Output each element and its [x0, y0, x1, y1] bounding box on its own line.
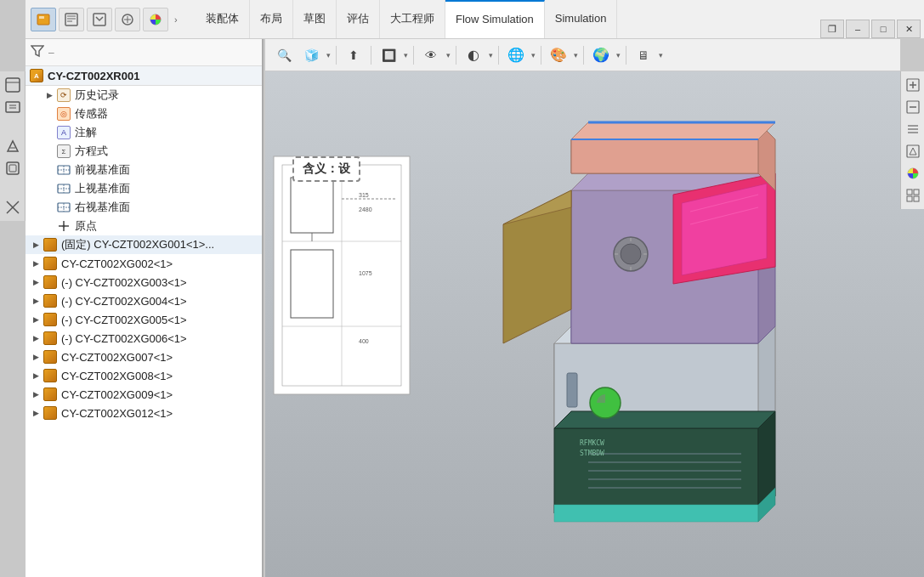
screen-btn[interactable]: 🖥 — [632, 44, 655, 66]
restore-button[interactable]: ❐ — [820, 20, 844, 38]
svg-rect-90 — [6, 78, 20, 92]
section-view-btn[interactable]: 🔲 — [377, 44, 400, 66]
hide-show-btn[interactable]: ◐ — [462, 44, 485, 66]
main-viewport[interactable]: 315 2480 1075 400 — [265, 71, 924, 577]
property-view-btn[interactable] — [59, 8, 84, 31]
tree-item-comp3[interactable]: ▶ (-) CY-CZT002XG003<1> — [26, 273, 262, 291]
display-style-btn[interactable]: 👁 — [419, 44, 443, 66]
expand-comp5[interactable]: ▶ — [29, 313, 43, 326]
right-tb-list[interactable] — [903, 119, 923, 139]
window-controls: ❐ – □ ✕ — [820, 20, 924, 38]
right-tb-appearance[interactable] — [903, 141, 923, 161]
expand-origin[interactable] — [43, 219, 56, 233]
tab-sketch[interactable]: 草图 — [293, 0, 337, 38]
expand-comp8[interactable]: ▶ — [29, 369, 43, 382]
right-tb-zoom-out[interactable] — [903, 97, 923, 117]
svg-rect-97 — [9, 165, 16, 172]
tree-label-annotation: 注解 — [75, 125, 258, 140]
tree-item-front-plane[interactable]: 前视基准面 — [26, 161, 262, 179]
tree-item-comp4[interactable]: ▶ (-) CY-CZT002XG004<1> — [26, 291, 262, 310]
minimize-button[interactable]: – — [846, 20, 870, 38]
svg-rect-0 — [37, 14, 49, 25]
expand-comp7[interactable]: ▶ — [29, 350, 43, 364]
section-arrow[interactable]: ▾ — [404, 51, 408, 59]
tree-item-comp6[interactable]: ▶ (-) CY-CZT002XG006<1> — [26, 329, 262, 348]
tree-item-equation[interactable]: Σ 方程式 — [26, 142, 262, 161]
expand-comp9[interactable]: ▶ — [29, 387, 43, 401]
color-btn[interactable] — [143, 8, 168, 31]
fl-icon-1[interactable] — [3, 75, 23, 95]
tree-item-comp7[interactable]: ▶ CY-CZT002XG007<1> — [26, 348, 262, 366]
svg-rect-96 — [7, 162, 19, 174]
expand-front-plane[interactable] — [43, 163, 56, 177]
tab-simulation[interactable]: Simulation — [545, 0, 618, 38]
fl-icon-2[interactable] — [3, 97, 23, 117]
right-tb-zoom-in[interactable] — [903, 75, 923, 95]
tree-view-btn[interactable] — [31, 8, 56, 31]
comp3-icon — [43, 274, 58, 290]
tree-item-origin[interactable]: 原点 — [26, 217, 262, 235]
tree-item-top-plane[interactable]: 上视基准面 — [26, 179, 262, 198]
svg-rect-2 — [65, 14, 77, 25]
right-tb-color[interactable] — [903, 163, 923, 184]
tab-assemby[interactable]: 装配体 — [196, 0, 250, 38]
tree-item-annotation[interactable]: A 注解 — [26, 123, 262, 142]
right-tb-grid[interactable] — [903, 185, 923, 206]
fl-icon-4[interactable] — [3, 158, 23, 178]
tree-toolbar-more[interactable]: › — [171, 13, 181, 26]
tree-item-comp12[interactable]: ▶ CY-CZT002XG012<1> — [26, 404, 262, 422]
appearance-arrow[interactable]: ▾ — [574, 51, 578, 59]
realview-arrow[interactable]: ▾ — [616, 51, 621, 59]
tab-engineer[interactable]: 大工程师 — [380, 0, 445, 38]
expand-comp2[interactable]: ▶ — [29, 257, 43, 270]
expand-history[interactable]: ▶ — [43, 88, 56, 102]
hide-arrow[interactable]: ▾ — [489, 51, 493, 59]
expand-top-plane[interactable] — [43, 182, 56, 195]
expand-sensor[interactable] — [43, 107, 56, 121]
tree-item-comp1[interactable]: ▶ (固定) CY-CZT002XG001<1>... — [26, 235, 262, 254]
expand-annotation[interactable] — [43, 126, 56, 139]
equation-icon: Σ — [56, 144, 71, 159]
scene-arrow[interactable]: ▾ — [531, 51, 536, 59]
close-button[interactable]: ✕ — [897, 20, 921, 38]
screen-arrow[interactable]: ▾ — [659, 51, 663, 59]
tree-root[interactable]: A CY-CZT002XR001 — [26, 66, 262, 86]
expand-comp6[interactable]: ▶ — [29, 331, 43, 345]
maximize-button[interactable]: □ — [871, 20, 895, 38]
expand-comp12[interactable]: ▶ — [29, 406, 43, 420]
expand-comp1[interactable]: ▶ — [29, 238, 43, 252]
history-icon: ⟳ — [56, 88, 71, 103]
fl-icon-5[interactable] — [3, 197, 23, 218]
expand-right-plane[interactable] — [43, 201, 56, 214]
tree-item-comp8[interactable]: ▶ CY-CZT002XG008<1> — [26, 366, 262, 385]
realview-btn[interactable]: 🌍 — [589, 44, 613, 66]
tree-item-right-plane[interactable]: 右视基准面 — [26, 198, 262, 217]
scene-btn[interactable]: 🌐 — [504, 44, 528, 66]
tab-flow-simulation[interactable]: Flow Simulation — [445, 0, 545, 38]
tree-content[interactable]: A CY-CZT002XR001 ▶ ⟳ 历史记录 ◎ 传感器 A 注解 — [26, 66, 262, 577]
view-orient-arrow[interactable]: ▾ — [326, 51, 331, 59]
appearance-btn[interactable]: 🎨 — [547, 44, 570, 66]
tree-item-history[interactable]: ▶ ⟳ 历史记录 — [26, 86, 262, 105]
far-left-icons — [0, 71, 26, 221]
svg-rect-1 — [39, 16, 44, 19]
fl-icon-3[interactable] — [3, 136, 23, 156]
svg-rect-88 — [907, 196, 912, 201]
expand-comp4[interactable]: ▶ — [29, 294, 43, 308]
tree-item-sensor[interactable]: ◎ 传感器 — [26, 105, 262, 123]
search-view-btn[interactable]: 🔍 — [272, 44, 296, 66]
normal-to-btn[interactable]: ⬆ — [342, 44, 366, 66]
expand-comp3[interactable]: ▶ — [29, 275, 43, 289]
tab-layout[interactable]: 布局 — [250, 0, 293, 38]
tree-item-comp5[interactable]: ▶ (-) CY-CZT002XG005<1> — [26, 310, 262, 329]
filter-icon[interactable] — [31, 44, 44, 60]
tab-evaluate[interactable]: 评估 — [337, 0, 380, 38]
tree-item-comp9[interactable]: ▶ CY-CZT002XG009<1> — [26, 385, 262, 404]
tree-item-comp2[interactable]: ▶ CY-CZT002XG002<1> — [26, 254, 262, 273]
expand-equation[interactable] — [43, 144, 56, 158]
display-states-btn[interactable] — [115, 8, 140, 31]
config-view-btn[interactable] — [87, 8, 112, 31]
feature-tree: › – A CY-CZT002XR001 ▶ ⟳ 历史记录 — [26, 0, 264, 577]
view-orient-btn[interactable]: 🧊 — [299, 44, 323, 66]
display-arrow[interactable]: ▾ — [446, 51, 451, 59]
